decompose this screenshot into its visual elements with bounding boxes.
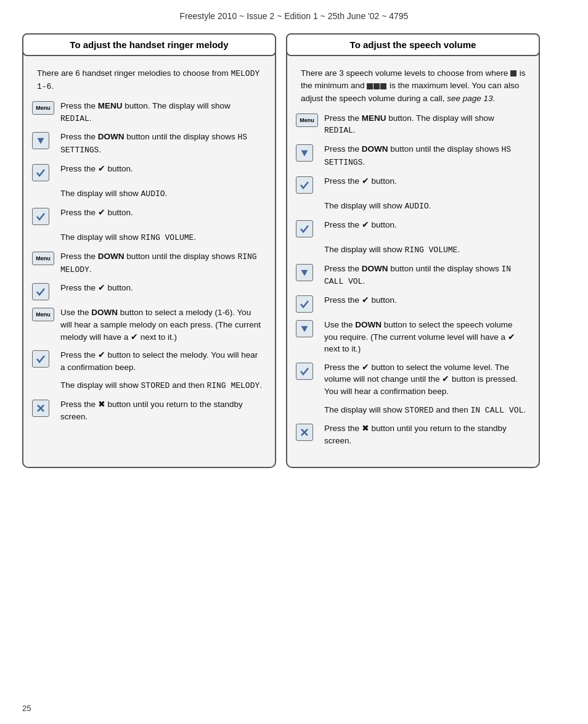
step-text: Use the DOWN button to select a melody (… [60,306,264,343]
step-text: Press the ✖ button until you return to t… [324,422,528,446]
step-text: Press the ✔ button. [60,163,264,175]
list-item: Press the DOWN button until the display … [296,263,528,289]
check-button-icon [32,164,55,181]
down-button-icon [296,320,319,337]
list-item: Press the ✔ button. [296,175,528,194]
check-button-icon [296,176,319,194]
right-panel: To adjust the speech volume There are 3 … [286,33,540,468]
step-text: Press the DOWN button until the display … [60,250,264,276]
list-item: Press the ✔ button. [32,207,264,225]
list-item: The display will show RING VOLUME. [32,231,264,244]
step-text: Press the ✔ button. [324,294,528,306]
list-item: MenuPress the DOWN button until the disp… [32,250,264,276]
step-text: The display will show RING VOLUME. [324,244,528,257]
check-button-icon [32,283,55,300]
step-text: The display will show STORED and then RI… [60,379,264,392]
list-item: The display will show AUDIO. [296,200,528,213]
check-button-icon [296,220,319,237]
menu-button-icon: Menu [296,113,319,127]
x-button-icon [296,424,319,441]
check-button-icon [32,350,55,368]
right-panel-heading: To adjust the speech volume [286,33,540,56]
page-header: Freestyle 2010 ~ Issue 2 ~ Edition 1 ~ 2… [0,0,588,27]
svg-marker-3 [301,150,308,156]
list-item: Press the ✔ button. [32,282,264,300]
svg-marker-0 [38,138,44,144]
check-button-icon [296,363,319,380]
left-steps: MenuPress the MENU button. The display w… [32,100,264,429]
step-text: Press the MENU button. The display will … [60,100,264,125]
step-text: The display will show RING VOLUME. [60,231,264,244]
menu-button-icon: Menu [32,101,55,115]
step-text: Press the DOWN button until the display … [60,131,264,157]
step-text: Press the ✔ button. [60,207,264,219]
list-item: The display will show STORED and then IN… [296,404,528,417]
menu-button-icon: Menu [32,252,55,265]
header-title: Freestyle 2010 ~ Issue 2 ~ Edition 1 ~ 2… [180,11,409,21]
list-item: Press the ✔ button. [296,294,528,313]
right-panel-body: There are 3 speech volume levels to choo… [287,56,539,457]
list-item: The display will show AUDIO. [32,187,264,200]
list-item: Press the ✔ button to select the melody.… [32,349,264,373]
left-panel: To adjust the handset ringer melody Ther… [22,33,276,468]
svg-marker-5 [301,326,308,332]
step-text: The display will show AUDIO. [60,187,264,200]
menu-button-icon: Menu [32,308,55,321]
list-item: Press the ✖ button until you return to t… [32,398,264,422]
step-text: Press the ✔ button to select the volume … [324,361,528,398]
list-item: Press the ✔ button. [296,219,528,237]
check-button-icon [296,295,319,313]
list-item: The display will show STORED and then RI… [32,379,264,392]
step-text: Press the ✔ button. [60,282,264,294]
check-button-icon [32,208,55,225]
step-text: Press the ✔ button to select the melody.… [60,349,264,373]
list-item: Use the DOWN button to select the speech… [296,319,528,355]
step-text: The display will show STORED and then IN… [324,404,528,417]
list-item: Press the ✔ button. [32,163,264,181]
page-number: 25 [22,704,31,713]
step-text: Press the DOWN button until the display … [324,143,528,169]
left-panel-heading: To adjust the handset ringer melody [22,33,276,56]
down-button-icon [296,144,319,162]
step-text: Press the MENU button. The display will … [324,112,528,137]
down-button-icon [32,132,55,149]
step-text: Use the DOWN button to select the speech… [324,319,528,355]
step-text: Press the ✔ button. [324,219,528,231]
step-text: The display will show AUDIO. [324,200,528,213]
list-item: MenuPress the MENU button. The display w… [296,112,528,137]
svg-marker-4 [301,270,308,276]
right-intro-text: There are 3 speech volume levels to choo… [296,65,528,105]
list-item: Press the DOWN button until the display … [296,143,528,169]
down-button-icon [296,264,319,281]
list-item: Press the ✖ button until you return to t… [296,422,528,446]
list-item: MenuPress the MENU button. The display w… [32,100,264,125]
list-item: Press the DOWN button until the display … [32,131,264,157]
step-text: Press the ✔ button. [324,175,528,187]
step-text: Press the ✖ button until you return to t… [60,398,264,422]
left-panel-body: There are 6 handset ringer melodies to c… [23,56,275,432]
left-intro-text: There are 6 handset ringer melodies to c… [32,65,264,93]
list-item: MenuUse the DOWN button to select a melo… [32,306,264,343]
x-button-icon [32,400,55,417]
right-steps: MenuPress the MENU button. The display w… [296,112,528,453]
step-text: Press the DOWN button until the display … [324,263,528,289]
list-item: The display will show RING VOLUME. [296,244,528,257]
main-content: To adjust the handset ringer melody Ther… [0,27,571,493]
list-item: Press the ✔ button to select the volume … [296,361,528,398]
